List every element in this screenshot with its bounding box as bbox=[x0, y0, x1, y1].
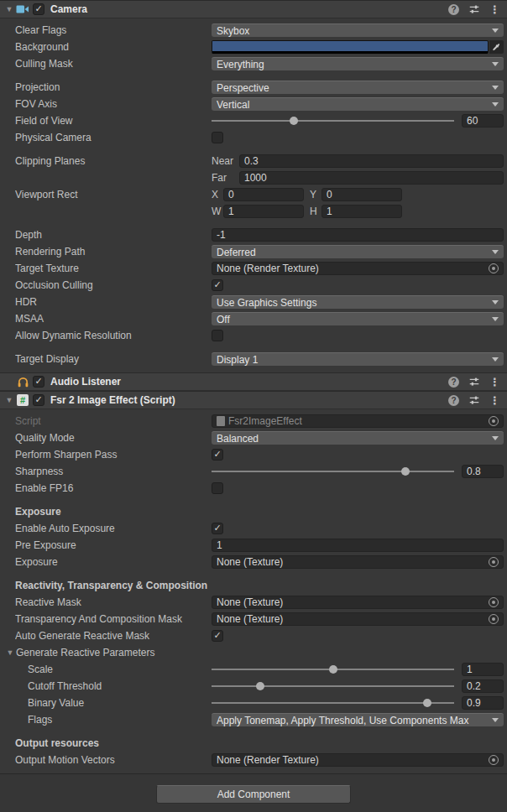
near-plane-input[interactable]: 0.3 bbox=[239, 154, 504, 168]
hdr-dropdown[interactable]: Use Graphics Settings bbox=[212, 295, 504, 309]
target-display-dropdown[interactable]: Display 1 bbox=[212, 352, 504, 366]
help-icon[interactable] bbox=[448, 377, 459, 388]
cutoff-threshold-slider[interactable] bbox=[212, 685, 454, 687]
object-picker-icon[interactable] bbox=[489, 597, 499, 607]
rendering-path-dropdown[interactable]: Deferred bbox=[212, 245, 504, 258]
color-swatch[interactable] bbox=[212, 40, 489, 54]
object-picker-icon[interactable] bbox=[489, 614, 499, 624]
far-plane-input[interactable]: 1000 bbox=[239, 171, 504, 185]
help-icon[interactable] bbox=[448, 395, 459, 406]
checkmark: ✓ bbox=[213, 523, 221, 533]
culling-mask-dropdown[interactable]: Everything bbox=[212, 57, 504, 70]
field-label: Transparency And Composition Mask bbox=[15, 613, 212, 625]
camera-enabled-checkbox[interactable]: ✓ bbox=[33, 3, 44, 15]
kebab-menu-icon[interactable] bbox=[489, 394, 500, 407]
transparency-mask-object-field[interactable]: None (Texture) bbox=[212, 612, 504, 626]
reactive-mask-object-field[interactable]: None (Texture) bbox=[212, 596, 504, 609]
fsr2-component-header[interactable]: # ✓ Fsr 2 Image Effect (Script) bbox=[0, 391, 507, 409]
checkmark: ✓ bbox=[213, 631, 221, 640]
csharp-script-icon: # bbox=[15, 393, 30, 407]
slider-handle[interactable] bbox=[423, 699, 431, 707]
physical-camera-checkbox[interactable] bbox=[212, 132, 223, 143]
output-motion-vectors-object-field[interactable]: None (Render Texture) bbox=[212, 753, 504, 767]
fov-axis-dropdown[interactable]: Vertical bbox=[212, 97, 504, 111]
foldout-arrow-icon[interactable] bbox=[3, 397, 15, 404]
presets-icon[interactable] bbox=[468, 394, 480, 406]
row-projection: Projection Perspective bbox=[0, 79, 507, 96]
viewport-h-input[interactable]: 1 bbox=[321, 205, 402, 218]
scale-slider[interactable] bbox=[212, 669, 454, 670]
binary-value-value[interactable]: 0.9 bbox=[462, 696, 504, 710]
kebab-menu-icon[interactable] bbox=[489, 3, 500, 16]
enable-auto-exposure-checkbox[interactable]: ✓ bbox=[212, 523, 223, 534]
slider-handle[interactable] bbox=[401, 467, 410, 476]
viewport-x-input[interactable]: 0 bbox=[223, 188, 304, 201]
object-picker-icon[interactable] bbox=[489, 263, 499, 273]
foldout-arrow-icon[interactable] bbox=[3, 6, 15, 13]
depth-input[interactable]: -1 bbox=[212, 228, 504, 242]
object-picker-icon[interactable] bbox=[489, 557, 499, 567]
fsr2-enabled-checkbox[interactable]: ✓ bbox=[33, 394, 44, 406]
binary-value-slider[interactable] bbox=[212, 702, 454, 704]
cutoff-threshold-value[interactable]: 0.2 bbox=[462, 679, 504, 693]
field-label: Depth bbox=[15, 229, 212, 241]
row-hdr: HDR Use Graphics Settings bbox=[0, 294, 507, 310]
auto-generate-reactive-mask-checkbox[interactable]: ✓ bbox=[212, 630, 223, 642]
pre-exposure-input[interactable]: 1 bbox=[212, 539, 504, 552]
foldout-arrow-icon[interactable] bbox=[4, 649, 16, 657]
object-picker-icon[interactable] bbox=[489, 416, 499, 426]
chevron-down-icon bbox=[492, 86, 499, 90]
camera-component-header[interactable]: ✓ Camera bbox=[0, 0, 507, 18]
background-color-field[interactable] bbox=[212, 40, 504, 54]
exposure-object-field[interactable]: None (Texture) bbox=[212, 555, 504, 569]
slider-handle[interactable] bbox=[329, 665, 337, 674]
dropdown-value: Perspective bbox=[217, 82, 489, 94]
enable-fp16-checkbox[interactable] bbox=[212, 482, 223, 494]
scale-value[interactable]: 1 bbox=[462, 663, 504, 676]
perform-sharpen-pass-checkbox[interactable]: ✓ bbox=[212, 449, 223, 461]
viewport-y-input[interactable]: 0 bbox=[321, 188, 402, 201]
add-component-button[interactable]: Add Component bbox=[156, 785, 351, 804]
field-label: Cutoff Threshold bbox=[15, 680, 212, 692]
field-label: Target Texture bbox=[15, 263, 212, 274]
kebab-menu-icon[interactable] bbox=[489, 376, 500, 388]
exposure-section-header: Exposure bbox=[0, 503, 507, 520]
reactivity-section-header: Reactivity, Transparency & Composition bbox=[0, 577, 507, 594]
dropdown-value: Off bbox=[217, 314, 489, 325]
presets-icon[interactable] bbox=[468, 3, 480, 15]
target-texture-object-field[interactable]: None (Render Texture) bbox=[212, 262, 504, 275]
row-quality-mode: Quality Mode Balanced bbox=[0, 429, 507, 446]
slider-handle[interactable] bbox=[256, 682, 264, 690]
msaa-dropdown[interactable]: Off bbox=[212, 312, 504, 325]
row-clipping-far: Far 1000 bbox=[0, 169, 507, 186]
slider-handle[interactable] bbox=[290, 117, 298, 125]
quality-mode-dropdown[interactable]: Balanced bbox=[212, 431, 504, 445]
audio-listener-enabled-checkbox[interactable]: ✓ bbox=[33, 376, 44, 388]
help-icon[interactable] bbox=[448, 4, 459, 15]
projection-dropdown[interactable]: Perspective bbox=[212, 81, 504, 94]
dropdown-value: Apply Tonemap, Apply Threshold, Use Comp… bbox=[217, 715, 489, 726]
object-value: None (Render Texture) bbox=[217, 263, 484, 274]
field-of-view-slider[interactable] bbox=[212, 120, 454, 122]
field-label: Projection bbox=[15, 81, 212, 93]
field-label: Enable Auto Exposure bbox=[15, 523, 212, 534]
presets-icon[interactable] bbox=[468, 376, 480, 388]
sharpness-slider[interactable] bbox=[212, 471, 454, 472]
row-target-texture: Target Texture None (Render Texture) bbox=[0, 260, 507, 277]
allow-dynamic-resolution-checkbox[interactable] bbox=[212, 330, 223, 341]
chevron-down-icon bbox=[492, 102, 499, 107]
sharpness-value[interactable]: 0.8 bbox=[462, 465, 504, 478]
eyedropper-button[interactable] bbox=[489, 40, 504, 54]
row-field-of-view: Field of View 60 bbox=[0, 112, 507, 129]
field-of-view-value[interactable]: 60 bbox=[462, 114, 504, 128]
dropdown-value: Display 1 bbox=[217, 354, 489, 366]
flags-dropdown[interactable]: Apply Tonemap, Apply Threshold, Use Comp… bbox=[212, 713, 504, 726]
clear-flags-dropdown[interactable]: Skybox bbox=[212, 23, 504, 37]
viewport-w-input[interactable]: 1 bbox=[223, 205, 304, 218]
object-picker-icon[interactable] bbox=[489, 755, 499, 765]
far-label: Far bbox=[212, 172, 239, 184]
occlusion-culling-checkbox[interactable]: ✓ bbox=[212, 279, 223, 291]
row-target-display: Target Display Display 1 bbox=[0, 351, 507, 367]
audio-listener-component-header[interactable]: ✓ Audio Listener bbox=[0, 372, 507, 391]
script-object-field: Fsr2ImageEffect bbox=[212, 414, 504, 428]
